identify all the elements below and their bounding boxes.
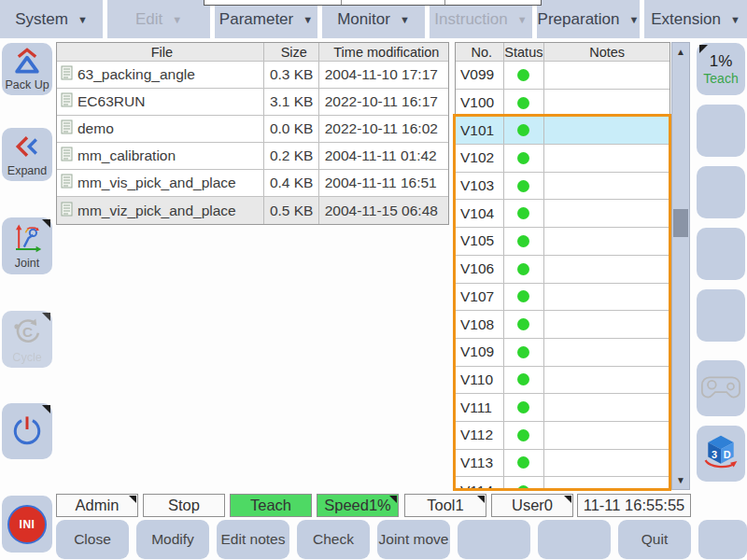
corner-mark-icon: [129, 496, 136, 503]
bottom-button-blank[interactable]: [698, 520, 747, 559]
right-button-blank[interactable]: [697, 166, 745, 218]
file-name: demo: [78, 120, 114, 137]
menu-item-monitor[interactable]: Monitor▼: [322, 0, 425, 38]
status-tool[interactable]: Tool1: [404, 494, 486, 517]
status-dot-icon: [517, 69, 529, 81]
bottom-button-blank[interactable]: [538, 520, 611, 559]
menu-item-extension[interactable]: Extension▼: [644, 0, 747, 38]
quit-button[interactable]: Quit: [618, 520, 691, 559]
file-row[interactable]: EC63RUN3.1 KB2022-10-11 16:17: [57, 89, 448, 116]
variable-row[interactable]: V110: [456, 367, 669, 395]
variable-row[interactable]: V104: [456, 200, 669, 228]
menu-item-system[interactable]: System▼: [0, 0, 103, 38]
variable-table-header: No.StatusNotes: [456, 43, 669, 62]
sidebar-button-cycle: CCycle: [2, 311, 52, 368]
variable-row[interactable]: V103: [456, 173, 669, 201]
check-button[interactable]: Check: [297, 520, 370, 559]
status-user-level[interactable]: Admin: [56, 494, 138, 517]
sidebar-button-power[interactable]: [2, 403, 52, 459]
menu-bar: System▼Edit▼Parameter▼Monitor▼Instructio…: [0, 0, 747, 38]
menu-item-instruction: Instruction▼: [430, 0, 532, 38]
gamepad-icon: [701, 372, 740, 404]
variable-row[interactable]: V107: [456, 284, 669, 312]
status-dot-icon: [517, 124, 529, 136]
corner-mark-icon: [42, 405, 50, 413]
variable-row[interactable]: V100: [456, 90, 669, 118]
modify-button[interactable]: Modify: [136, 520, 209, 559]
variable-no-cell: V107: [456, 284, 504, 311]
variable-table-scrollbar[interactable]: ▲ ▼: [671, 42, 690, 490]
menu-item-parameter[interactable]: Parameter▼: [215, 0, 317, 38]
view-3d-button[interactable]: 3D: [697, 426, 745, 482]
file-name: mm_viz_pick_and_place: [78, 203, 236, 219]
sidebar-button-label: Joint: [15, 258, 39, 270]
bottom-button-label: Modify: [151, 531, 194, 548]
variable-status-cell: [504, 200, 545, 227]
menu-item-preparation[interactable]: Preparation▼: [537, 0, 640, 38]
status-dot-icon: [517, 346, 529, 358]
file-doc-icon: [61, 202, 73, 220]
variable-row[interactable]: V102: [456, 145, 669, 173]
variable-status-cell: [504, 256, 545, 283]
bottom-button-blank[interactable]: [458, 520, 530, 559]
status-dot-icon: [517, 97, 529, 109]
file-row[interactable]: mm_vis_pick_and_place0.4 KB2004-11-11 16…: [57, 170, 448, 197]
variable-row[interactable]: V099: [456, 62, 669, 90]
chevron-down-icon: ▼: [303, 14, 313, 25]
menu-item-label: System: [15, 10, 68, 29]
variable-row[interactable]: V111: [456, 394, 669, 422]
corner-mark-icon: [389, 496, 397, 503]
variable-table-body: V099V100V101V102V103V104V105V106V107V108…: [456, 62, 669, 490]
sidebar-button-ini[interactable]: INI: [2, 496, 52, 553]
variable-row[interactable]: V105: [456, 228, 669, 256]
status-field-label: Stop: [168, 497, 200, 514]
file-row[interactable]: demo0.0 KB2022-10-11 16:02: [57, 116, 448, 143]
variable-notes-cell: [544, 284, 669, 311]
sidebar-button-pack-up[interactable]: Pack Up: [2, 43, 52, 95]
sidebar-button-expand[interactable]: Expand: [2, 128, 52, 181]
status-speed[interactable]: Speed1%: [317, 494, 399, 517]
right-button-blank[interactable]: [697, 289, 745, 342]
file-row[interactable]: mm_calibration0.2 KB2004-11-11 01:42: [57, 143, 448, 170]
close-button[interactable]: Close: [56, 520, 129, 559]
scrollbar-thumb[interactable]: [673, 209, 688, 237]
variable-row[interactable]: V108: [456, 311, 669, 339]
status-run-state[interactable]: Stop: [143, 494, 225, 517]
status-user-frame[interactable]: User0: [491, 494, 573, 517]
variable-row[interactable]: V106: [456, 256, 669, 284]
variable-no-cell: V106: [456, 256, 504, 283]
speed-value-label: 1%: [710, 52, 733, 71]
status-dot-icon: [517, 429, 529, 441]
right-button-blank[interactable]: [697, 105, 745, 157]
variable-row[interactable]: V114: [456, 477, 669, 490]
file-table-header: FileSizeTime modification: [57, 43, 448, 62]
variable-notes-cell: [544, 477, 669, 490]
scroll-down-icon[interactable]: ▼: [672, 475, 689, 485]
file-time-cell: 2004-11-10 17:17: [319, 62, 448, 88]
variable-no-cell: V102: [456, 145, 504, 172]
variable-notes-cell: [544, 145, 669, 172]
file-size-cell: 0.3 KB: [264, 62, 319, 88]
joint-move-button[interactable]: Joint move: [377, 520, 450, 559]
file-row[interactable]: mm_viz_pick_and_place0.5 KB2004-11-15 06…: [57, 197, 448, 224]
status-dot-icon: [517, 152, 529, 164]
variable-row[interactable]: V109: [456, 339, 669, 367]
status-dot-icon: [517, 318, 529, 330]
scroll-up-icon[interactable]: ▲: [672, 47, 689, 57]
variable-row[interactable]: V112: [456, 422, 669, 450]
right-button-blank[interactable]: [697, 228, 745, 280]
variable-row[interactable]: V101: [456, 117, 669, 145]
variable-no-cell: V109: [456, 339, 504, 366]
edit-notes-button[interactable]: Edit notes: [217, 520, 289, 559]
file-row[interactable]: 63_packing_angle0.3 KB2004-11-10 17:17: [57, 62, 448, 89]
variable-no-cell: V110: [456, 367, 504, 394]
variable-status-cell: [504, 90, 545, 117]
chevron-down-icon: ▼: [78, 14, 88, 25]
sidebar-button-joint[interactable]: Joint: [2, 217, 52, 274]
speed-teach-button[interactable]: 1%Teach: [697, 43, 745, 95]
status-field-label: Speed1%: [324, 497, 391, 514]
variable-row[interactable]: V113: [456, 450, 669, 478]
status-datetime[interactable]: 11-11 16:55:55: [577, 494, 691, 517]
bottom-button-label: Check: [313, 531, 354, 548]
status-mode[interactable]: Teach: [230, 494, 312, 517]
